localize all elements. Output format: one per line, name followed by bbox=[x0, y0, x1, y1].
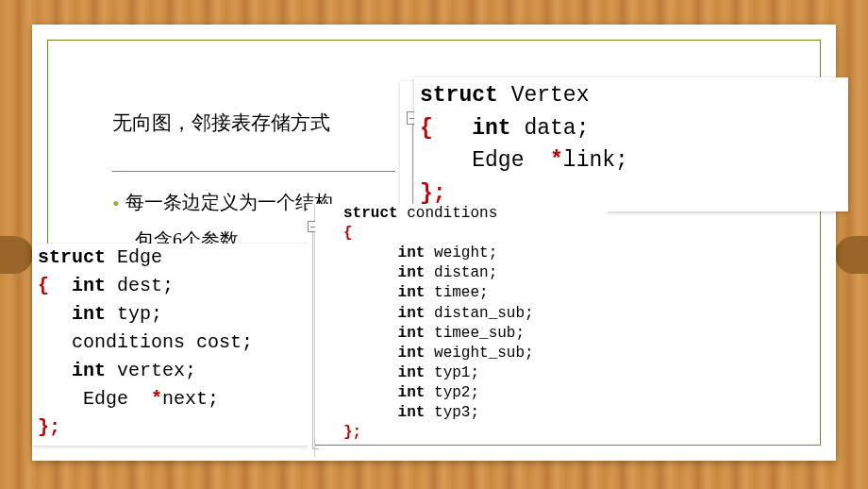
title-underline bbox=[112, 171, 395, 172]
code-edge: struct Edge { int dest; int typ; conditi… bbox=[32, 244, 315, 446]
code-vertex: struct Vertex { int data; Edge *link; }; bbox=[414, 77, 848, 211]
code-conditions: struct conditions { int weight; int dist… bbox=[315, 204, 608, 443]
bullet-icon: • bbox=[112, 192, 120, 215]
bg-shadow-left bbox=[0, 236, 33, 274]
fold-gutter-conditions bbox=[308, 204, 315, 457]
bg-shadow-right bbox=[835, 236, 868, 274]
fold-line-conditions bbox=[312, 232, 313, 449]
slide: 无向图，邻接表存储方式 •每一条边定义为一个结构， 包含6个参数。 struct… bbox=[32, 25, 836, 461]
fold-line-vertex bbox=[412, 125, 413, 208]
slide-title: 无向图，邻接表存储方式 bbox=[112, 110, 330, 136]
